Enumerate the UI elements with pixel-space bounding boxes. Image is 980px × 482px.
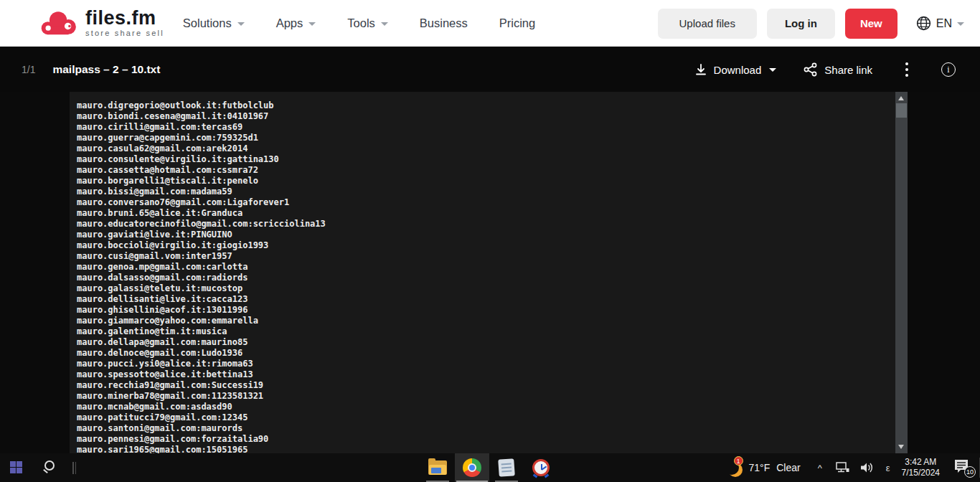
clock-date: 7/15/2024 xyxy=(902,468,940,478)
share-link-label: Share link xyxy=(824,64,872,76)
new-button[interactable]: New xyxy=(845,9,897,39)
main-nav: Solutions Apps Tools Business Pricing xyxy=(183,16,535,30)
site-header: files.fm store share sell Solutions Apps… xyxy=(0,0,980,47)
notepad-icon[interactable] xyxy=(489,453,524,482)
screen: files.fm store share sell Solutions Apps… xyxy=(0,0,980,482)
logo-title: files.fm xyxy=(85,9,164,28)
kebab-menu-icon[interactable] xyxy=(900,60,914,80)
language-selector[interactable]: EN xyxy=(916,16,964,31)
scrollbar[interactable] xyxy=(895,92,908,453)
chevron-down-icon xyxy=(308,22,316,26)
tray-language-glyph[interactable]: ε xyxy=(886,463,890,473)
file-content: mauro.digregorio@outlook.it:futbolclub m… xyxy=(77,100,326,453)
nav-label: Solutions xyxy=(183,16,232,30)
taskbar-clock[interactable]: 3:42 AM 7/15/2024 xyxy=(902,457,940,478)
nav-label: Business xyxy=(420,16,468,30)
share-icon xyxy=(804,62,818,77)
notification-center-icon[interactable]: 10 xyxy=(953,458,974,477)
taskbar-apps xyxy=(420,453,558,482)
search-icon[interactable] xyxy=(42,460,57,476)
file-actions: Download Share link i xyxy=(694,47,956,92)
chevron-down-icon xyxy=(381,22,388,26)
language-label: EN xyxy=(936,17,952,30)
globe-icon xyxy=(916,16,931,31)
alarm-clock-icon[interactable] xyxy=(524,453,558,482)
chevron-down-icon xyxy=(237,22,245,26)
file-title: mailpass – 2 – 10.txt xyxy=(52,63,160,76)
system-tray: 1 71°F Clear ^ ε 3:42 AM 7/15/2024 xyxy=(723,453,975,482)
page-indicator: 1/1 xyxy=(22,64,35,75)
file-toolbar: 1/1 mailpass – 2 – 10.txt Download xyxy=(0,47,980,92)
chevron-up-icon[interactable]: ^ xyxy=(818,463,822,473)
chevron-down-icon xyxy=(769,68,776,72)
cloud-logo-icon xyxy=(39,7,78,39)
weather-temp[interactable]: 71°F xyxy=(749,462,771,473)
chevron-down-icon xyxy=(957,22,964,26)
file-explorer-icon[interactable] xyxy=(420,453,455,482)
weather-badge: 1 xyxy=(734,456,743,466)
download-label: Download xyxy=(714,64,762,76)
nav-item-business[interactable]: Business xyxy=(420,16,468,30)
network-icon[interactable] xyxy=(834,461,850,474)
info-icon[interactable]: i xyxy=(941,62,956,77)
scrollbar-thumb[interactable] xyxy=(896,103,907,118)
nav-item-solutions[interactable]: Solutions xyxy=(183,16,245,30)
nav-label: Pricing xyxy=(499,16,535,30)
logo-tagline: store share sell xyxy=(85,29,164,37)
taskbar-separator xyxy=(72,462,76,474)
nav-label: Apps xyxy=(276,16,303,30)
download-icon xyxy=(694,63,707,76)
text-viewer-panel: mauro.digregorio@outlook.it:futbolclub m… xyxy=(70,92,908,453)
windows-taskbar: 1 71°F Clear ^ ε 3:42 AM 7/15/2024 xyxy=(0,453,980,482)
weather-condition[interactable]: Clear xyxy=(776,462,800,473)
login-button[interactable]: Log in xyxy=(767,9,835,39)
clock-time: 3:42 AM xyxy=(902,457,940,468)
header-actions: Upload files Log in New EN xyxy=(658,0,964,47)
weather-moon-icon[interactable]: 1 xyxy=(723,458,742,477)
nav-item-apps[interactable]: Apps xyxy=(276,16,316,30)
start-button-icon[interactable] xyxy=(10,461,22,473)
download-button[interactable]: Download xyxy=(694,63,777,76)
notification-count-badge: 10 xyxy=(964,466,976,478)
nav-item-tools[interactable]: Tools xyxy=(347,16,388,30)
upload-files-button[interactable]: Upload files xyxy=(658,9,757,39)
scroll-up-arrow[interactable] xyxy=(898,96,904,100)
scroll-down-arrow[interactable] xyxy=(898,445,904,449)
chrome-icon[interactable] xyxy=(455,453,489,482)
file-preview-area: mauro.digregorio@outlook.it:futbolclub m… xyxy=(0,92,980,453)
nav-item-pricing[interactable]: Pricing xyxy=(499,16,535,30)
files-fm-logo[interactable]: files.fm store share sell xyxy=(39,7,164,39)
nav-label: Tools xyxy=(347,16,375,30)
share-link-button[interactable]: Share link xyxy=(804,62,872,77)
volume-icon[interactable] xyxy=(859,461,875,474)
